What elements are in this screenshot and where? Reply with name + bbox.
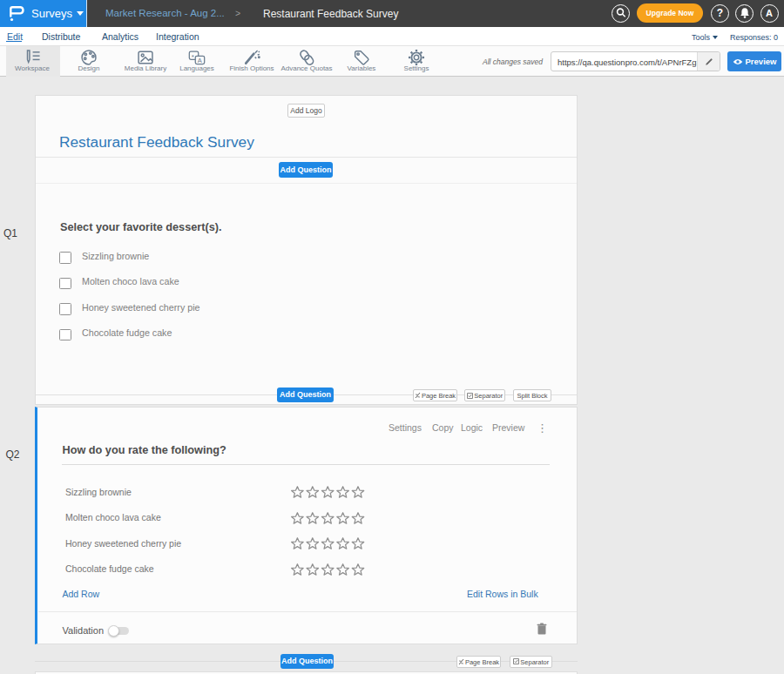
svg-text:A: A: [198, 56, 202, 64]
